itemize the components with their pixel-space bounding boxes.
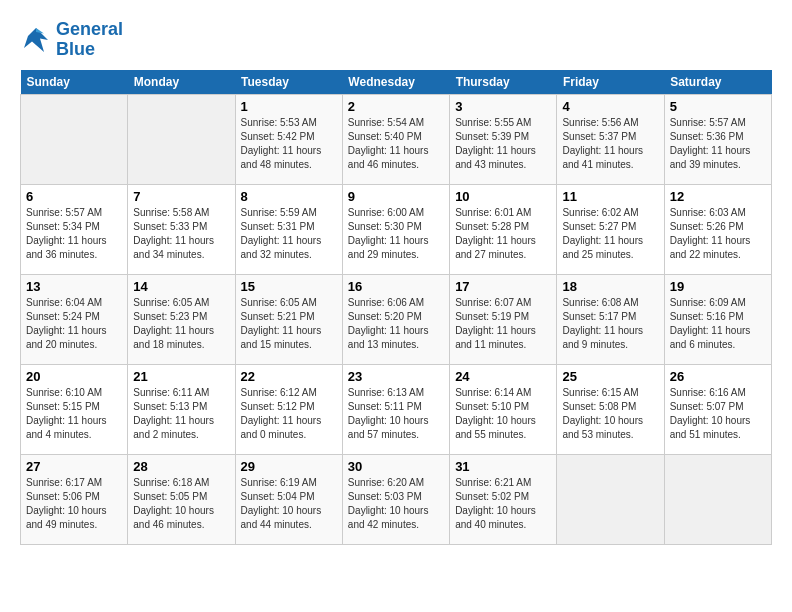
calendar-cell: 13Sunrise: 6:04 AM Sunset: 5:24 PM Dayli… [21, 274, 128, 364]
calendar-cell [128, 94, 235, 184]
day-info: Sunrise: 6:01 AM Sunset: 5:28 PM Dayligh… [455, 206, 551, 262]
calendar-cell: 1Sunrise: 5:53 AM Sunset: 5:42 PM Daylig… [235, 94, 342, 184]
day-number: 29 [241, 459, 337, 474]
weekday-header: Wednesday [342, 70, 449, 95]
day-number: 16 [348, 279, 444, 294]
day-number: 13 [26, 279, 122, 294]
day-number: 25 [562, 369, 658, 384]
day-info: Sunrise: 6:07 AM Sunset: 5:19 PM Dayligh… [455, 296, 551, 352]
calendar-cell: 25Sunrise: 6:15 AM Sunset: 5:08 PM Dayli… [557, 364, 664, 454]
day-number: 31 [455, 459, 551, 474]
weekday-header: Monday [128, 70, 235, 95]
day-info: Sunrise: 6:19 AM Sunset: 5:04 PM Dayligh… [241, 476, 337, 532]
calendar-cell: 3Sunrise: 5:55 AM Sunset: 5:39 PM Daylig… [450, 94, 557, 184]
day-info: Sunrise: 6:13 AM Sunset: 5:11 PM Dayligh… [348, 386, 444, 442]
day-info: Sunrise: 5:54 AM Sunset: 5:40 PM Dayligh… [348, 116, 444, 172]
logo-text: General Blue [56, 20, 123, 60]
calendar-cell: 7Sunrise: 5:58 AM Sunset: 5:33 PM Daylig… [128, 184, 235, 274]
weekday-header: Tuesday [235, 70, 342, 95]
day-number: 17 [455, 279, 551, 294]
calendar-cell: 6Sunrise: 5:57 AM Sunset: 5:34 PM Daylig… [21, 184, 128, 274]
day-info: Sunrise: 6:18 AM Sunset: 5:05 PM Dayligh… [133, 476, 229, 532]
calendar-cell: 31Sunrise: 6:21 AM Sunset: 5:02 PM Dayli… [450, 454, 557, 544]
day-number: 6 [26, 189, 122, 204]
calendar-cell: 8Sunrise: 5:59 AM Sunset: 5:31 PM Daylig… [235, 184, 342, 274]
day-info: Sunrise: 6:06 AM Sunset: 5:20 PM Dayligh… [348, 296, 444, 352]
day-info: Sunrise: 6:03 AM Sunset: 5:26 PM Dayligh… [670, 206, 766, 262]
logo: General Blue [20, 20, 123, 60]
day-info: Sunrise: 6:09 AM Sunset: 5:16 PM Dayligh… [670, 296, 766, 352]
day-info: Sunrise: 6:15 AM Sunset: 5:08 PM Dayligh… [562, 386, 658, 442]
calendar-cell: 15Sunrise: 6:05 AM Sunset: 5:21 PM Dayli… [235, 274, 342, 364]
day-info: Sunrise: 6:08 AM Sunset: 5:17 PM Dayligh… [562, 296, 658, 352]
weekday-header: Friday [557, 70, 664, 95]
day-number: 1 [241, 99, 337, 114]
day-number: 14 [133, 279, 229, 294]
calendar-cell: 14Sunrise: 6:05 AM Sunset: 5:23 PM Dayli… [128, 274, 235, 364]
calendar-table: SundayMondayTuesdayWednesdayThursdayFrid… [20, 70, 772, 545]
calendar-cell: 29Sunrise: 6:19 AM Sunset: 5:04 PM Dayli… [235, 454, 342, 544]
calendar-cell: 30Sunrise: 6:20 AM Sunset: 5:03 PM Dayli… [342, 454, 449, 544]
calendar-week-row: 6Sunrise: 5:57 AM Sunset: 5:34 PM Daylig… [21, 184, 772, 274]
calendar-cell: 12Sunrise: 6:03 AM Sunset: 5:26 PM Dayli… [664, 184, 771, 274]
day-info: Sunrise: 5:55 AM Sunset: 5:39 PM Dayligh… [455, 116, 551, 172]
calendar-cell: 28Sunrise: 6:18 AM Sunset: 5:05 PM Dayli… [128, 454, 235, 544]
day-number: 15 [241, 279, 337, 294]
calendar-cell [21, 94, 128, 184]
day-number: 8 [241, 189, 337, 204]
weekday-header: Thursday [450, 70, 557, 95]
day-info: Sunrise: 6:11 AM Sunset: 5:13 PM Dayligh… [133, 386, 229, 442]
day-number: 12 [670, 189, 766, 204]
day-number: 28 [133, 459, 229, 474]
day-info: Sunrise: 5:57 AM Sunset: 5:34 PM Dayligh… [26, 206, 122, 262]
calendar-cell: 9Sunrise: 6:00 AM Sunset: 5:30 PM Daylig… [342, 184, 449, 274]
day-info: Sunrise: 6:16 AM Sunset: 5:07 PM Dayligh… [670, 386, 766, 442]
calendar-week-row: 1Sunrise: 5:53 AM Sunset: 5:42 PM Daylig… [21, 94, 772, 184]
calendar-cell: 5Sunrise: 5:57 AM Sunset: 5:36 PM Daylig… [664, 94, 771, 184]
calendar-cell: 21Sunrise: 6:11 AM Sunset: 5:13 PM Dayli… [128, 364, 235, 454]
day-number: 26 [670, 369, 766, 384]
day-number: 23 [348, 369, 444, 384]
calendar-cell: 23Sunrise: 6:13 AM Sunset: 5:11 PM Dayli… [342, 364, 449, 454]
day-info: Sunrise: 6:20 AM Sunset: 5:03 PM Dayligh… [348, 476, 444, 532]
calendar-cell: 2Sunrise: 5:54 AM Sunset: 5:40 PM Daylig… [342, 94, 449, 184]
day-info: Sunrise: 6:05 AM Sunset: 5:21 PM Dayligh… [241, 296, 337, 352]
day-info: Sunrise: 5:57 AM Sunset: 5:36 PM Dayligh… [670, 116, 766, 172]
calendar-cell [664, 454, 771, 544]
day-info: Sunrise: 6:05 AM Sunset: 5:23 PM Dayligh… [133, 296, 229, 352]
day-number: 4 [562, 99, 658, 114]
day-number: 3 [455, 99, 551, 114]
day-info: Sunrise: 6:17 AM Sunset: 5:06 PM Dayligh… [26, 476, 122, 532]
day-info: Sunrise: 6:14 AM Sunset: 5:10 PM Dayligh… [455, 386, 551, 442]
page-header: General Blue [20, 20, 772, 60]
day-number: 20 [26, 369, 122, 384]
calendar-cell: 4Sunrise: 5:56 AM Sunset: 5:37 PM Daylig… [557, 94, 664, 184]
calendar-cell: 24Sunrise: 6:14 AM Sunset: 5:10 PM Dayli… [450, 364, 557, 454]
day-number: 24 [455, 369, 551, 384]
calendar-cell: 20Sunrise: 6:10 AM Sunset: 5:15 PM Dayli… [21, 364, 128, 454]
day-info: Sunrise: 6:00 AM Sunset: 5:30 PM Dayligh… [348, 206, 444, 262]
calendar-cell: 17Sunrise: 6:07 AM Sunset: 5:19 PM Dayli… [450, 274, 557, 364]
day-number: 27 [26, 459, 122, 474]
day-number: 9 [348, 189, 444, 204]
day-info: Sunrise: 6:10 AM Sunset: 5:15 PM Dayligh… [26, 386, 122, 442]
calendar-cell: 10Sunrise: 6:01 AM Sunset: 5:28 PM Dayli… [450, 184, 557, 274]
calendar-cell: 16Sunrise: 6:06 AM Sunset: 5:20 PM Dayli… [342, 274, 449, 364]
day-number: 11 [562, 189, 658, 204]
day-number: 5 [670, 99, 766, 114]
logo-icon [20, 24, 52, 56]
calendar-cell [557, 454, 664, 544]
day-info: Sunrise: 6:12 AM Sunset: 5:12 PM Dayligh… [241, 386, 337, 442]
calendar-cell: 18Sunrise: 6:08 AM Sunset: 5:17 PM Dayli… [557, 274, 664, 364]
day-info: Sunrise: 6:04 AM Sunset: 5:24 PM Dayligh… [26, 296, 122, 352]
calendar-cell: 22Sunrise: 6:12 AM Sunset: 5:12 PM Dayli… [235, 364, 342, 454]
day-info: Sunrise: 5:58 AM Sunset: 5:33 PM Dayligh… [133, 206, 229, 262]
calendar-week-row: 13Sunrise: 6:04 AM Sunset: 5:24 PM Dayli… [21, 274, 772, 364]
day-number: 22 [241, 369, 337, 384]
weekday-header: Saturday [664, 70, 771, 95]
calendar-week-row: 27Sunrise: 6:17 AM Sunset: 5:06 PM Dayli… [21, 454, 772, 544]
calendar-cell: 11Sunrise: 6:02 AM Sunset: 5:27 PM Dayli… [557, 184, 664, 274]
weekday-header: Sunday [21, 70, 128, 95]
calendar-cell: 27Sunrise: 6:17 AM Sunset: 5:06 PM Dayli… [21, 454, 128, 544]
day-number: 10 [455, 189, 551, 204]
